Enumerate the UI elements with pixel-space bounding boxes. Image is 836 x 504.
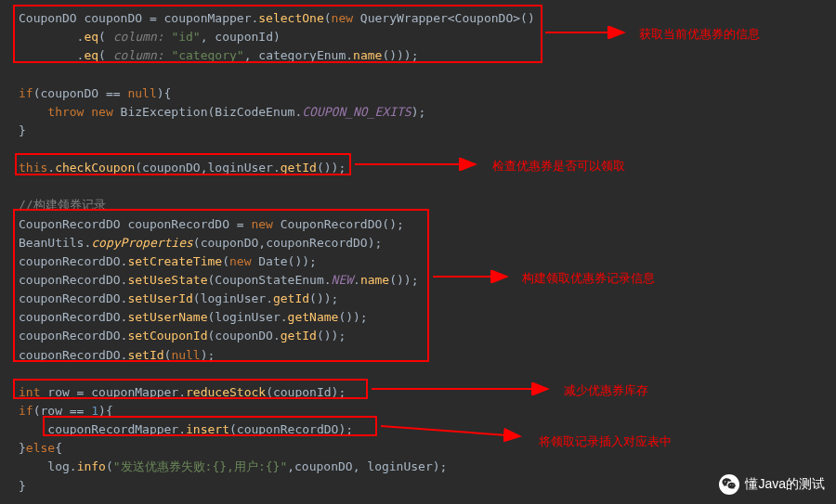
- code-line: couponRecordDO.setId(null);: [19, 346, 817, 365]
- code-line: .eq( column: "category", categoryEnum.na…: [19, 46, 817, 65]
- code-line: [19, 140, 817, 159]
- code-line: couponRecordDO.setUserName(loginUser.get…: [19, 308, 817, 327]
- code-line: couponRecordDO.setUserId(loginUser.getId…: [19, 290, 817, 308]
- code-line: int row = couponMapper.reduceStock(coupo…: [19, 383, 817, 402]
- code-line: couponRecordDO.setCreateTime(new Date())…: [19, 252, 817, 271]
- code-line: couponRecordMapper.insert(couponRecordDO…: [19, 420, 817, 439]
- annotation-3: 构建领取优惠券记录信息: [522, 269, 655, 288]
- code-line: BeanUtils.copyProperties(couponDO,coupon…: [19, 234, 817, 252]
- code-line: log.info("发送优惠券失败:{},用户:{}",couponDO, lo…: [19, 458, 817, 476]
- watermark: 懂Java的测试: [719, 474, 825, 495]
- annotation-4: 减少优惠券库存: [564, 381, 648, 400]
- annotation-2: 检查优惠券是否可以领取: [492, 157, 625, 175]
- code-line: }: [19, 122, 817, 140]
- code-line: [19, 65, 817, 84]
- code-block: CouponDO couponDO = couponMapper.selectO…: [19, 9, 817, 496]
- annotation-1: 获取当前优惠券的信息: [639, 25, 760, 44]
- code-line: couponRecordDO.setUseState(CouponStateEn…: [19, 271, 817, 290]
- code-line: //构建领券记录: [19, 196, 817, 214]
- watermark-text: 懂Java的测试: [745, 474, 825, 495]
- code-line: throw new BizException(BizCodeEnum.COUPO…: [19, 103, 817, 122]
- code-line: }else{: [19, 439, 817, 458]
- code-line: CouponRecordDO couponRecordDO = new Coup…: [19, 215, 817, 234]
- code-line: if(row == 1){: [19, 402, 817, 420]
- code-line: }: [19, 477, 817, 496]
- wechat-icon: [719, 474, 739, 495]
- code-line: couponRecordDO.setCouponId(couponDO.getI…: [19, 327, 817, 345]
- code-line: if(couponDO == null){: [19, 84, 817, 103]
- code-line: this.checkCoupon(couponDO,loginUser.getI…: [19, 159, 817, 177]
- code-line: [19, 365, 817, 383]
- code-line: [19, 177, 817, 196]
- annotation-5: 将领取记录插入对应表中: [539, 433, 672, 451]
